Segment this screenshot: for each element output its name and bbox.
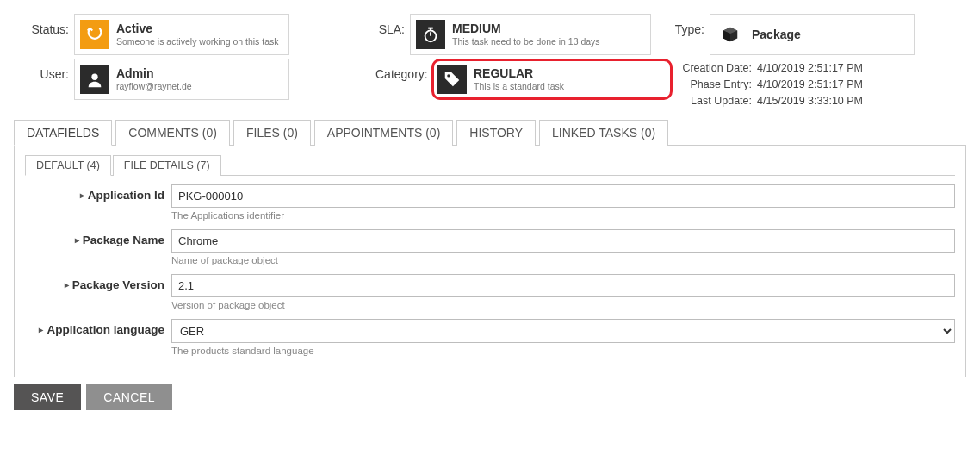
user-card[interactable]: Admin rayflow@raynet.de [74, 59, 289, 100]
user-label: User: [14, 59, 74, 81]
application-language-select[interactable]: GER [171, 319, 955, 343]
status-sub: Someone is actively working on this task [116, 36, 279, 47]
meta-block: Creation Date:4/10/2019 2:51:17 PM Phase… [668, 59, 863, 109]
tab-comments[interactable]: COMMENTS (0) [115, 120, 230, 146]
tab-files[interactable]: FILES (0) [233, 120, 311, 146]
sla-card[interactable]: MEDIUM This task need to be done in 13 d… [410, 14, 651, 55]
tab-linked-tasks[interactable]: LINKED TASKS (0) [539, 120, 668, 146]
package-version-input[interactable] [171, 274, 955, 297]
category-card[interactable]: REGULAR This is a standard task [431, 59, 673, 100]
type-card[interactable]: Package [710, 14, 915, 55]
status-label: Status: [14, 14, 74, 36]
sla-label: SLA: [375, 14, 410, 36]
sla-sub: This task need to be done in 13 days [452, 36, 600, 47]
svg-point-5 [447, 74, 450, 77]
user-title: Admin [116, 66, 192, 81]
type-label: Type: [668, 14, 710, 36]
caret-icon: ▸ [65, 280, 69, 290]
application-language-help: The products standard language [171, 346, 955, 356]
application-language-label[interactable]: ▸Application language [25, 319, 171, 336]
save-button[interactable]: SAVE [14, 384, 81, 410]
main-tabs: DATAFIELDS COMMENTS (0) FILES (0) APPOIN… [14, 119, 966, 146]
last-update-label: Last Update: [675, 93, 757, 109]
status-card[interactable]: Active Someone is actively working on th… [74, 14, 289, 55]
package-name-input[interactable] [171, 229, 955, 253]
sla-title: MEDIUM [452, 22, 600, 36]
phase-entry-value: 4/10/2019 2:51:17 PM [757, 77, 863, 93]
caret-icon: ▸ [80, 190, 84, 200]
category-title: REGULAR [474, 66, 564, 81]
package-version-label[interactable]: ▸Package Version [25, 274, 171, 291]
package-version-help: Version of package object [171, 300, 955, 310]
datafields-panel: DEFAULT (4) FILE DETAILS (7) ▸Applicatio… [14, 146, 966, 377]
caret-icon: ▸ [75, 235, 79, 245]
sub-tabs: DEFAULT (4) FILE DETAILS (7) [25, 154, 955, 176]
user-icon [80, 65, 109, 94]
tab-history[interactable]: HISTORY [456, 120, 536, 146]
stopwatch-icon [416, 20, 445, 49]
application-id-label[interactable]: ▸Application Id [25, 184, 171, 202]
package-name-label[interactable]: ▸Package Name [25, 229, 171, 246]
subtab-default[interactable]: DEFAULT (4) [25, 155, 111, 176]
tab-datafields[interactable]: DATAFIELDS [14, 120, 112, 146]
creation-date-value: 4/10/2019 2:51:17 PM [757, 60, 863, 77]
caret-icon: ▸ [39, 325, 43, 334]
category-sub: This is a standard task [474, 81, 564, 92]
cancel-button[interactable]: CANCEL [86, 384, 172, 410]
application-id-input[interactable] [171, 184, 955, 208]
tag-icon [437, 65, 467, 94]
type-title: Package [752, 28, 801, 42]
tab-appointments[interactable]: APPOINTMENTS (0) [314, 120, 453, 146]
application-id-help: The Applications identifier [171, 210, 955, 221]
status-title: Active [116, 22, 279, 36]
subtab-file-details[interactable]: FILE DETAILS (7) [113, 155, 221, 176]
creation-date-label: Creation Date: [675, 60, 757, 77]
last-update-value: 4/15/2019 3:33:10 PM [757, 93, 863, 109]
package-name-help: Name of package object [171, 255, 955, 265]
status-icon [80, 20, 109, 49]
svg-point-4 [91, 74, 97, 80]
package-icon [716, 20, 745, 49]
phase-entry-label: Phase Entry: [675, 77, 757, 93]
user-sub: rayflow@raynet.de [116, 81, 192, 92]
category-label: Category: [375, 59, 431, 81]
